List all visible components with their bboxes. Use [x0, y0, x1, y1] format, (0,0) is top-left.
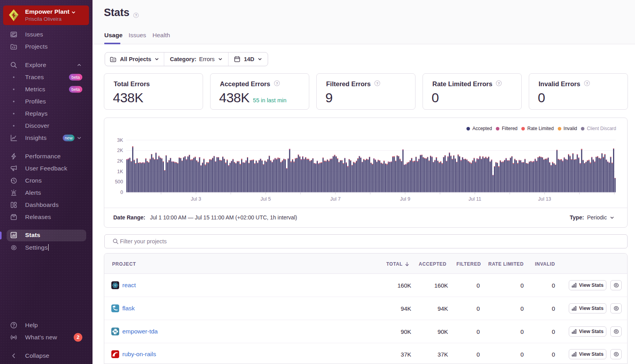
- svg-text:2K: 2K: [117, 148, 123, 153]
- svg-text:?: ?: [276, 81, 278, 85]
- svg-text:1K: 1K: [117, 169, 123, 174]
- svg-text:Jul 13: Jul 13: [538, 196, 551, 202]
- svg-text:500: 500: [115, 179, 123, 185]
- svg-text:Jul 11: Jul 11: [468, 196, 481, 202]
- svg-text:?: ?: [376, 81, 379, 85]
- svg-text:?: ?: [586, 81, 588, 85]
- svg-text:Jul 9: Jul 9: [400, 196, 410, 202]
- svg-text:0: 0: [120, 190, 123, 195]
- svg-text:?: ?: [135, 13, 137, 17]
- svg-text:Jul 7: Jul 7: [330, 196, 340, 202]
- svg-text:Jul 3: Jul 3: [191, 196, 201, 202]
- svg-text:2K: 2K: [117, 158, 123, 164]
- svg-text:?: ?: [498, 81, 500, 85]
- svg-text:3K: 3K: [117, 138, 123, 143]
- svg-text:Jul 5: Jul 5: [261, 196, 271, 202]
